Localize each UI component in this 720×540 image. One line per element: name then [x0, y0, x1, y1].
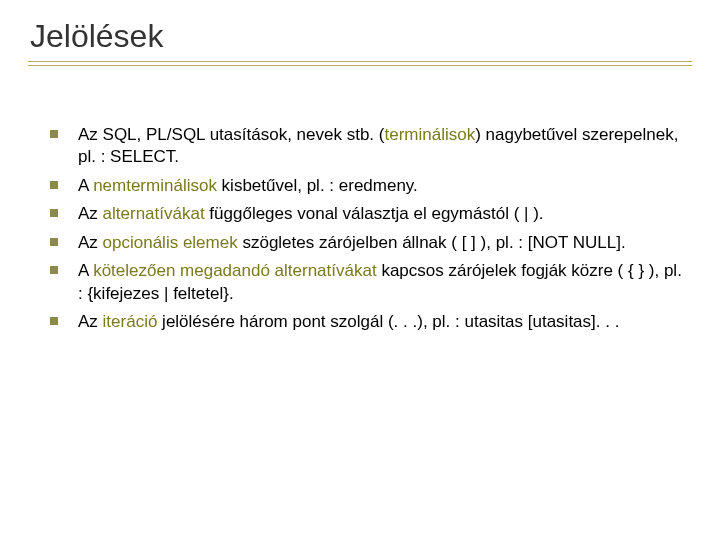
bullet-icon	[50, 209, 58, 217]
highlight-term: alternatívákat	[103, 204, 205, 223]
text-run: függőleges vonal választja el egymástól …	[205, 204, 544, 223]
bullet-icon	[50, 266, 58, 274]
text-run: kisbetűvel, pl. : eredmeny.	[217, 176, 418, 195]
list-item: Az SQL, PL/SQL utasítások, nevek stb. (t…	[50, 124, 684, 169]
highlight-term: terminálisok	[384, 125, 475, 144]
list-item: Az opcionális elemek szögletes zárójelbe…	[50, 232, 684, 254]
list-item: A nemterminálisok kisbetűvel, pl. : ered…	[50, 175, 684, 197]
highlight-term: nemterminálisok	[93, 176, 217, 195]
slide-title: Jelölések	[28, 18, 692, 55]
text-run: A	[78, 176, 93, 195]
highlight-term: kötelezően megadandó alternatívákat	[93, 261, 377, 280]
text-run: jelölésére három pont szolgál (. . .), p…	[157, 312, 619, 331]
list-item: Az iteráció jelölésére három pont szolgá…	[50, 311, 684, 333]
list-item: Az alternatívákat függőleges vonal válas…	[50, 203, 684, 225]
list-item: A kötelezően megadandó alternatívákat ka…	[50, 260, 684, 305]
bullet-icon	[50, 238, 58, 246]
text-run: Az	[78, 312, 103, 331]
text-run: szögletes zárójelben állnak ( [ ] ), pl.…	[238, 233, 626, 252]
bullet-icon	[50, 181, 58, 189]
bullet-icon	[50, 130, 58, 138]
title-rule	[28, 61, 692, 66]
bullet-list: Az SQL, PL/SQL utasítások, nevek stb. (t…	[28, 124, 692, 334]
text-run: Az SQL, PL/SQL utasítások, nevek stb. (	[78, 125, 384, 144]
bullet-icon	[50, 317, 58, 325]
text-run: Az	[78, 233, 103, 252]
text-run: A	[78, 261, 93, 280]
highlight-term: opcionális elemek	[103, 233, 238, 252]
text-run: Az	[78, 204, 103, 223]
highlight-term: iteráció	[103, 312, 158, 331]
slide: Jelölések Az SQL, PL/SQL utasítások, nev…	[0, 0, 720, 540]
